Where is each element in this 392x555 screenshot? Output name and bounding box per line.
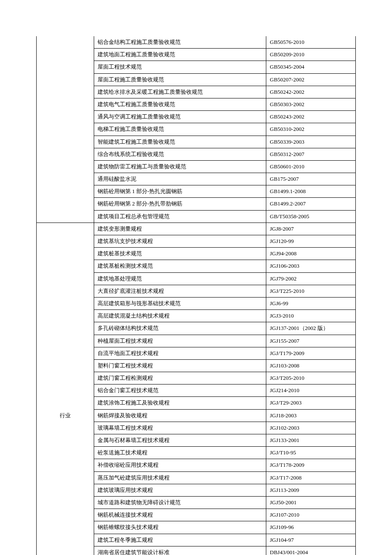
standard-name-cell: 种植屋面工程技术规程 — [94, 335, 266, 347]
standard-code-cell: JGJ103-2008 — [266, 359, 356, 372]
standard-name-cell: 电梯工程施工质量验收规范 — [94, 123, 266, 136]
standard-name-cell: 通用硅酸盐水泥 — [94, 173, 266, 185]
standard-name-cell: 建筑地基处理规范 — [94, 272, 266, 285]
standard-code-cell: JGJ3-2010 — [266, 310, 356, 322]
standard-code-cell: JGJ79-2002 — [266, 272, 356, 285]
standard-code-cell: GB/T50358-2005 — [266, 210, 356, 223]
standard-code-cell: JGJ120-99 — [266, 235, 356, 248]
standard-name-cell: 钢筋焊接及验收规程 — [94, 409, 266, 422]
standard-code-cell: JGJ133-2001 — [266, 434, 356, 447]
standard-name-cell: 高层建筑箱形与筏形基础技术规范 — [94, 297, 266, 309]
standard-code-cell: JGJ/T10-95 — [266, 447, 356, 459]
standard-name-cell: 智能建筑工程施工质量验收规范 — [94, 136, 266, 148]
standard-code-cell: GB50242-2002 — [266, 86, 356, 98]
standard-code-cell: JGJ18-2003 — [266, 409, 356, 422]
standard-code-cell: JGJ50-2001 — [266, 496, 356, 509]
standard-name-cell: 铝合金门窗工程技术规范 — [94, 384, 266, 397]
standard-name-cell: 屋面工程技术规范 — [94, 61, 266, 73]
standard-name-cell: 建筑涂饰工程施工及验收规程 — [94, 397, 266, 409]
standard-code-cell: GB50207-2002 — [266, 73, 356, 86]
standard-name-cell: 综合布线系统工程验收规范 — [94, 148, 266, 160]
standard-name-cell: 建筑门窗工程检测规程 — [94, 372, 266, 384]
standard-code-cell: GB50601-2010 — [266, 160, 356, 173]
standard-name-cell: 城市道路和建筑物无障碍设计规范 — [94, 496, 266, 509]
standard-name-cell: 建筑基坑支护技术规程 — [94, 235, 266, 248]
standard-code-cell: JGJ8-2007 — [266, 223, 356, 235]
category-cell: 行业 — [37, 223, 94, 555]
standard-code-cell: JGJ/T29-2003 — [266, 397, 356, 409]
standard-code-cell: GB175-2007 — [266, 173, 356, 185]
standard-code-cell: GB50209-2010 — [266, 49, 356, 61]
standard-name-cell: 玻璃幕墙工程技术规程 — [94, 422, 266, 434]
standard-name-cell: 金属与石材幕墙工程技术规程 — [94, 434, 266, 447]
standard-code-cell: GB50345-2004 — [266, 61, 356, 73]
standard-name-cell: 钢筋机械连接技术规程 — [94, 509, 266, 521]
standard-name-cell: 建筑玻璃应用技术规程 — [94, 484, 266, 496]
standard-code-cell: GB1499.2-2007 — [266, 198, 356, 210]
standard-name-cell: 高层建筑混凝土结构技术规程 — [94, 310, 266, 322]
standard-code-cell: GB50310-2002 — [266, 123, 356, 136]
standard-name-cell: 钢筋砼用钢第 1 部分-热扎光圆钢筋 — [94, 185, 266, 198]
table-row: 铝合金结构工程施工质量验收规范GB50576-2010 — [37, 36, 356, 49]
standard-code-cell: GB50243-2002 — [266, 111, 356, 123]
standard-code-cell: JGJ137-2001（2002 版） — [266, 322, 356, 335]
standard-code-cell: JGJ113-2009 — [266, 484, 356, 496]
standard-name-cell: 建筑物防雷工程施工与质量验收规范 — [94, 160, 266, 173]
category-cell — [37, 36, 94, 223]
standard-name-cell: 自流平地面工程技术规程 — [94, 347, 266, 359]
standard-code-cell: GB1499.1-2008 — [266, 185, 356, 198]
standard-name-cell: 钢筋锥螺纹接头技术规程 — [94, 521, 266, 534]
standard-name-cell: 多孔砖砌体结构技术规范 — [94, 322, 266, 335]
standard-name-cell: 建筑变形测量规程 — [94, 223, 266, 235]
standard-name-cell: 补偿收缩砼应用技术规程 — [94, 459, 266, 471]
standard-code-cell: JGJ94-2008 — [266, 248, 356, 260]
standard-code-cell: JGJ104-97 — [266, 534, 356, 546]
standard-code-cell: JGJ/T179-2009 — [266, 347, 356, 359]
standard-code-cell: JGJ/T205-2010 — [266, 372, 356, 384]
standard-code-cell: JGJ106-2003 — [266, 260, 356, 272]
standard-name-cell: 砼泵送施工技术规程 — [94, 447, 266, 459]
standard-code-cell: GB50303-2002 — [266, 98, 356, 110]
standard-code-cell: GB50576-2010 — [266, 36, 356, 49]
standard-name-cell: 建筑给水排水及采暖工程施工质量验收规范 — [94, 86, 266, 98]
standard-code-cell: JGJ/T17-2008 — [266, 471, 356, 484]
standard-code-cell: JGJ109-96 — [266, 521, 356, 534]
standard-code-cell: JGJ102-2003 — [266, 422, 356, 434]
standard-name-cell: 建筑桩基技术规范 — [94, 248, 266, 260]
standards-table: 铝合金结构工程施工质量验收规范GB50576-2010建筑地面工程施工质量验收规… — [36, 36, 356, 555]
standard-name-cell: 湖南省居住建筑节能设计标准 — [94, 546, 266, 555]
standard-code-cell: JGJ6-99 — [266, 297, 356, 309]
standard-code-cell: DBJ43/001-2004 — [266, 546, 356, 555]
standard-code-cell: JGJ155-2007 — [266, 335, 356, 347]
standard-name-cell: 大直径扩底灌注桩技术规程 — [94, 285, 266, 297]
standard-name-cell: 铝合金结构工程施工质量验收规范 — [94, 36, 266, 49]
standard-name-cell: 建筑地面工程施工质量验收规范 — [94, 49, 266, 61]
standard-name-cell: 建筑基桩检测技术规范 — [94, 260, 266, 272]
standard-name-cell: 建筑项目工程总承包管理规范 — [94, 210, 266, 223]
table-body: 铝合金结构工程施工质量验收规范GB50576-2010建筑地面工程施工质量验收规… — [37, 36, 356, 555]
standard-code-cell: JGJ/T178-2009 — [266, 459, 356, 471]
table-row: 行业建筑变形测量规程JGJ8-2007 — [37, 223, 356, 235]
standard-name-cell: 塑料门窗工程技术规程 — [94, 359, 266, 372]
standard-code-cell: JGJ/T225-2010 — [266, 285, 356, 297]
standard-code-cell: GB50339-2003 — [266, 136, 356, 148]
standard-code-cell: GB50312-2007 — [266, 148, 356, 160]
standard-name-cell: 屋面工程施工质量验收规范 — [94, 73, 266, 86]
standard-name-cell: 建筑工程冬季施工规程 — [94, 534, 266, 546]
standard-name-cell: 通风与空调工程施工质量验收规范 — [94, 111, 266, 123]
standard-name-cell: 建筑电气工程施工质量验收规范 — [94, 98, 266, 110]
standard-name-cell: 蒸压加气砼建筑应用技术规程 — [94, 471, 266, 484]
standard-name-cell: 钢筋砼用钢第 2 部分-热扎带肋钢筋 — [94, 198, 266, 210]
standard-code-cell: JGJ107-2010 — [266, 509, 356, 521]
standard-code-cell: JGJ214-2010 — [266, 384, 356, 397]
